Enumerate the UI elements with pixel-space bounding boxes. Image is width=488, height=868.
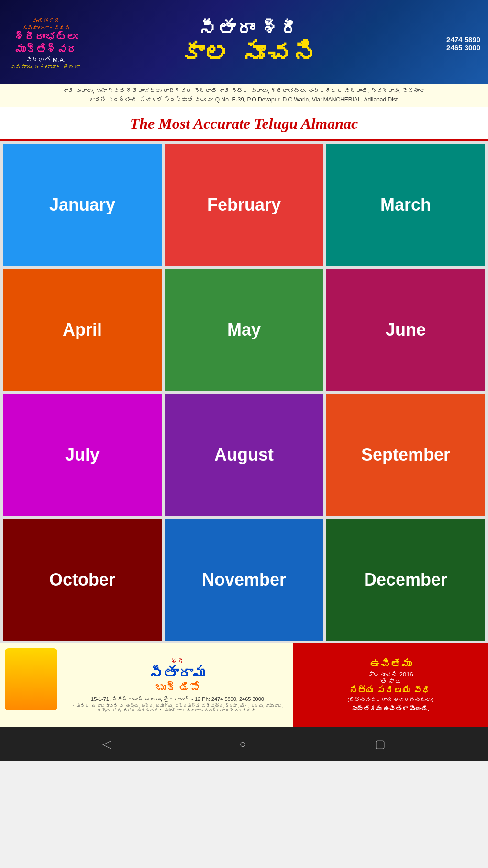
recent-icon[interactable]: ▢: [375, 737, 386, 751]
month-label-april: April: [63, 320, 102, 340]
month-cell-march[interactable]: March: [326, 144, 485, 266]
month-label-december: December: [364, 570, 447, 590]
sub-desc: (నిత్యసంప్రదాయ ఆచరణీయనులు): [347, 697, 433, 702]
month-cell-september[interactable]: September: [326, 394, 485, 516]
shop-address: 15-1-71, సికింద్రాబాద్ బజారు, హైదరాబాద్ …: [70, 696, 285, 702]
month-label-july: July: [65, 445, 100, 465]
shop-small-text: గమనిక: ఈ కాలసూచని చొ. అష్ట, అర్ధ, అమాళ్య…: [70, 703, 285, 713]
month-cell-january[interactable]: January: [3, 144, 162, 266]
month-cell-october[interactable]: October: [3, 519, 162, 641]
month-label-august: August: [214, 445, 274, 465]
month-label-february: February: [207, 195, 281, 215]
month-label-november: November: [202, 570, 286, 590]
bottom-banner-left: శ్రీ సీతారామ బుక్ డిపో 15-1-71, సికింద్ర…: [0, 643, 293, 727]
main-title: The Most Accurate Telugu Almanac: [0, 115, 488, 133]
shop-name: సీతారామ: [70, 665, 285, 682]
month-cell-february[interactable]: February: [165, 144, 323, 266]
month-label-september: September: [361, 445, 450, 465]
phone2: 2465 3000: [413, 44, 480, 52]
month-label-june: June: [386, 320, 426, 340]
month-label-january: January: [49, 195, 115, 215]
header-banner: పండితగిరి కృషిశాలంకారవిశేషి శ్రీరాంభట్లు…: [0, 0, 488, 84]
main-title-section: The Most Accurate Telugu Almanac: [0, 107, 488, 141]
deity-image: [5, 648, 57, 710]
month-cell-may[interactable]: May: [165, 269, 323, 391]
bottom-banner: శ్రీ సీతారామ బుక్ డిపో 15-1-71, సికింద్ర…: [0, 643, 488, 727]
highlight-text: నిత్య పరిణయి విధి: [350, 685, 431, 696]
header-top-text: పండితగిరి కృషిశాలంకారవిశేషి: [8, 17, 84, 31]
month-label-october: October: [49, 570, 115, 590]
month-label-march: March: [380, 195, 431, 215]
month-cell-april[interactable]: April: [3, 269, 162, 391]
header-right: 2474 5890 2465 3000: [413, 35, 480, 52]
month-cell-november[interactable]: November: [165, 519, 323, 641]
home-icon[interactable]: ○: [239, 737, 246, 751]
header-title-line2: కాల సూచని: [89, 39, 409, 68]
sub-header-address: గారిని సందర్భించి. పంచాంగళ ప్రస్తుత విలు…: [5, 95, 483, 104]
free-label: ఉచితము: [370, 658, 411, 671]
get-free: పుస్తకము ఉచితంగా పొందండి.: [351, 705, 430, 712]
brand-name: శ్రీరాంభట్లు ముక్తేశ్వర: [8, 31, 84, 56]
sub-header: గారి పురాలు, బృహస్పతి శ్రీరాంభట్లు రాజేశ…: [0, 84, 488, 107]
month-cell-august[interactable]: August: [165, 394, 323, 516]
header-center: సీతారాం శ్రీ కాల సూచని: [84, 19, 413, 68]
year-text: కాలసూచని 2016: [367, 671, 413, 678]
back-icon[interactable]: ◁: [102, 737, 111, 751]
android-nav-bar: ◁ ○ ▢: [0, 727, 488, 761]
bottom-sri: శ్రీ: [70, 658, 285, 665]
month-cell-june[interactable]: June: [326, 269, 485, 391]
header-left: పండితగిరి కృషిశాలంకారవిశేషి శ్రీరాంభట్లు…: [8, 17, 84, 69]
month-grid: JanuaryFebruaryMarchAprilMayJuneJulyAugu…: [0, 141, 488, 643]
shop-sub: బుక్ డిపో: [70, 682, 285, 694]
month-cell-july[interactable]: July: [3, 394, 162, 516]
month-cell-december[interactable]: December: [326, 519, 485, 641]
brand-sub: సిద్ధాంతి M.A.: [26, 56, 65, 64]
brand-sub2: చెన్నూరు, ఆదిలాబాద్ జిల్లా.: [11, 64, 81, 69]
phone1: 2474 5890: [413, 35, 480, 44]
to-text: తో పాటు: [380, 678, 401, 685]
bottom-left-content: శ్రీ సీతారామ బుక్ డిపో 15-1-71, సికింద్ర…: [70, 658, 285, 713]
month-label-may: May: [227, 320, 261, 340]
bottom-banner-right: ఉచితము కాలసూచని 2016 తో పాటు నిత్య పరిణయ…: [293, 643, 488, 727]
sub-header-text: గారి పురాలు, బృహస్పతి శ్రీరాంభట్లు రాజేశ…: [5, 87, 483, 95]
header-title-line1: సీతారాం శ్రీ: [89, 19, 409, 39]
